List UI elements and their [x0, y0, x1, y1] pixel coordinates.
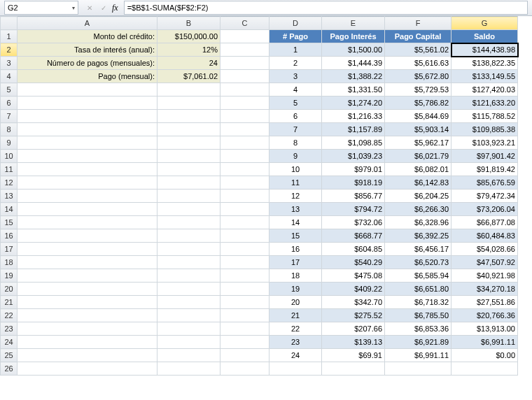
cell-C12[interactable] [220, 176, 270, 190]
cell-A11[interactable] [18, 163, 158, 176]
cell-B14[interactable] [158, 203, 220, 216]
cell-D10[interactable]: 9 [270, 150, 322, 163]
cell-G17[interactable]: $54,028.66 [451, 243, 518, 256]
cell-B10[interactable] [158, 150, 220, 163]
cell-G19[interactable]: $40,921.98 [451, 269, 518, 283]
cell-B11[interactable] [158, 163, 220, 176]
cell-A22[interactable] [18, 309, 158, 322]
cell-F4[interactable]: $5,672.80 [385, 70, 451, 83]
row-head-9[interactable]: 9 [1, 136, 18, 150]
cell-E6[interactable]: $1,274.20 [322, 97, 385, 110]
cell-F18[interactable]: $6,520.73 [385, 256, 451, 269]
cell-F26[interactable] [385, 362, 451, 376]
cell-F15[interactable]: $6,328.96 [385, 216, 451, 229]
col-head-F[interactable]: F [385, 17, 451, 30]
cell-A4[interactable]: Pago (mensual): [18, 70, 158, 83]
cell-C21[interactable] [220, 296, 270, 309]
cell-D19[interactable]: 18 [270, 269, 322, 283]
cell-D12[interactable]: 11 [270, 176, 322, 190]
cell-D17[interactable]: 16 [270, 243, 322, 256]
cell-F23[interactable]: $6,853.36 [385, 322, 451, 336]
cell-A15[interactable] [18, 216, 158, 229]
cell-G9[interactable]: $103,923.21 [451, 136, 518, 150]
cell-B12[interactable] [158, 176, 220, 190]
cell-C16[interactable] [220, 229, 270, 243]
cell-C24[interactable] [220, 336, 270, 349]
cell-G13[interactable]: $79,472.34 [451, 190, 518, 203]
cell-B18[interactable] [158, 256, 220, 269]
cell-C25[interactable] [220, 349, 270, 362]
cell-G6[interactable]: $121,633.20 [451, 97, 518, 110]
cell-C3[interactable] [220, 57, 270, 70]
cell-A25[interactable] [18, 349, 158, 362]
cell-A12[interactable] [18, 176, 158, 190]
cell-F7[interactable]: $5,844.69 [385, 110, 451, 123]
cell-C19[interactable] [220, 269, 270, 283]
cell-G3[interactable]: $138,822.35 [451, 57, 518, 70]
cell-B9[interactable] [158, 136, 220, 150]
cell-D13[interactable]: 12 [270, 190, 322, 203]
col-head-A[interactable]: A [18, 17, 158, 30]
cell-A5[interactable] [18, 83, 158, 97]
cell-G26[interactable] [451, 362, 518, 376]
cell-A9[interactable] [18, 136, 158, 150]
cell-D15[interactable]: 14 [270, 216, 322, 229]
cell-E22[interactable]: $275.52 [322, 309, 385, 322]
cell-E10[interactable]: $1,039.23 [322, 150, 385, 163]
cell-F19[interactable]: $6,585.94 [385, 269, 451, 283]
cancel-icon[interactable]: ✕ [84, 2, 95, 13]
cell-B8[interactable] [158, 123, 220, 136]
cell-E26[interactable] [322, 362, 385, 376]
cell-C23[interactable] [220, 322, 270, 336]
row-head-2[interactable]: 2 [1, 43, 18, 57]
cell-C4[interactable] [220, 70, 270, 83]
cell-E21[interactable]: $342.70 [322, 296, 385, 309]
row-head-6[interactable]: 6 [1, 97, 18, 110]
cell-G24[interactable]: $6,991.11 [451, 336, 518, 349]
cell-F24[interactable]: $6,921.89 [385, 336, 451, 349]
cell-D8[interactable]: 7 [270, 123, 322, 136]
cell-G16[interactable]: $60,484.83 [451, 229, 518, 243]
cell-E24[interactable]: $139.13 [322, 336, 385, 349]
cell-A7[interactable] [18, 110, 158, 123]
cell-E9[interactable]: $1,098.85 [322, 136, 385, 150]
row-head-13[interactable]: 13 [1, 190, 18, 203]
cell-E25[interactable]: $69.91 [322, 349, 385, 362]
cell-C7[interactable] [220, 110, 270, 123]
row-head-21[interactable]: 21 [1, 296, 18, 309]
cell-E12[interactable]: $918.19 [322, 176, 385, 190]
row-head-23[interactable]: 23 [1, 322, 18, 336]
cell-D7[interactable]: 6 [270, 110, 322, 123]
cell-A13[interactable] [18, 190, 158, 203]
cell-F12[interactable]: $6,142.83 [385, 176, 451, 190]
cell-A1[interactable]: Monto del crédito: [18, 30, 158, 43]
cell-G4[interactable]: $133,149.55 [451, 70, 518, 83]
cell-F5[interactable]: $5,729.53 [385, 83, 451, 97]
cell-A24[interactable] [18, 336, 158, 349]
cell-C15[interactable] [220, 216, 270, 229]
cell-C26[interactable] [220, 362, 270, 376]
cell-E17[interactable]: $604.85 [322, 243, 385, 256]
cell-C17[interactable] [220, 243, 270, 256]
cell-E15[interactable]: $732.06 [322, 216, 385, 229]
row-head-17[interactable]: 17 [1, 243, 18, 256]
row-head-10[interactable]: 10 [1, 150, 18, 163]
cell-G23[interactable]: $13,913.00 [451, 322, 518, 336]
cell-G2[interactable]: $144,438.98 [451, 43, 518, 57]
cell-A10[interactable] [18, 150, 158, 163]
cell-B20[interactable] [158, 283, 220, 296]
row-head-14[interactable]: 14 [1, 203, 18, 216]
cell-B4[interactable]: $7,061.02 [158, 70, 220, 83]
name-box[interactable]: G2 ▾ [4, 1, 78, 15]
cell-C18[interactable] [220, 256, 270, 269]
cell-B17[interactable] [158, 243, 220, 256]
cell-C6[interactable] [220, 97, 270, 110]
row-head-26[interactable]: 26 [1, 362, 18, 376]
cell-F21[interactable]: $6,718.32 [385, 296, 451, 309]
cell-G11[interactable]: $91,819.42 [451, 163, 518, 176]
cell-B25[interactable] [158, 349, 220, 362]
row-head-22[interactable]: 22 [1, 309, 18, 322]
cell-E7[interactable]: $1,216.33 [322, 110, 385, 123]
cell-B13[interactable] [158, 190, 220, 203]
cell-B2[interactable]: 12% [158, 43, 220, 57]
